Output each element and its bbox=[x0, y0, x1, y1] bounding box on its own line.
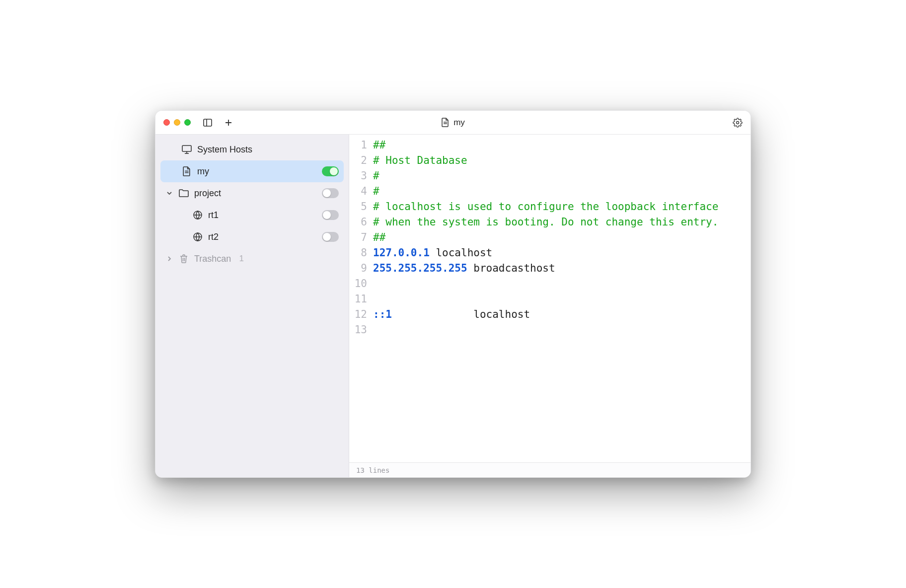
code-area[interactable]: 1##2# Host Database3#4#5# localhost is u… bbox=[349, 135, 751, 462]
sidebar-icon bbox=[203, 119, 212, 127]
line-number: 4 bbox=[349, 184, 373, 199]
sidebar-item-project[interactable]: project bbox=[160, 182, 344, 204]
sidebar: System Hosts my bbox=[155, 135, 349, 477]
line-number: 13 bbox=[349, 322, 373, 338]
app-window: my System Hosts bbox=[155, 110, 751, 478]
globe-icon bbox=[192, 210, 203, 220]
toggle-rt1[interactable] bbox=[322, 210, 339, 220]
line-number: 3 bbox=[349, 168, 373, 184]
toggle-sidebar-button[interactable] bbox=[203, 118, 213, 128]
line-content: # bbox=[373, 184, 379, 199]
line-content: ## bbox=[373, 138, 385, 153]
line-number: 11 bbox=[349, 292, 373, 307]
code-line: 10 bbox=[349, 276, 751, 292]
sidebar-item-label: my bbox=[197, 166, 209, 177]
folder-icon bbox=[178, 188, 189, 199]
svg-rect-0 bbox=[204, 119, 212, 126]
toggle-rt2[interactable] bbox=[322, 232, 339, 242]
plus-icon bbox=[225, 119, 232, 127]
code-line: 7## bbox=[349, 230, 751, 245]
code-line: 3# bbox=[349, 168, 751, 184]
trashcan-count: 1 bbox=[239, 254, 243, 264]
line-number: 7 bbox=[349, 230, 373, 245]
editor: 1##2# Host Database3#4#5# localhost is u… bbox=[349, 135, 751, 477]
toggle-project[interactable] bbox=[322, 188, 339, 198]
statusbar: 13 lines bbox=[349, 462, 751, 477]
trash-icon bbox=[178, 253, 189, 264]
line-content: ## bbox=[373, 230, 385, 245]
window-controls bbox=[163, 119, 191, 126]
sidebar-item-label: rt1 bbox=[208, 210, 219, 220]
gear-icon bbox=[733, 118, 743, 128]
line-number: 10 bbox=[349, 276, 373, 292]
code-line: 12::1 localhost bbox=[349, 307, 751, 322]
titlebar: my bbox=[155, 111, 751, 135]
code-line: 1## bbox=[349, 138, 751, 153]
code-line: 6# when the system is booting. Do not ch… bbox=[349, 215, 751, 230]
line-content: ::1 localhost bbox=[373, 307, 530, 322]
line-content: 255.255.255.255 broadcasthost bbox=[373, 261, 555, 276]
chevron-down-icon bbox=[165, 190, 173, 196]
code-line: 4# bbox=[349, 184, 751, 199]
sidebar-item-label: rt2 bbox=[208, 232, 219, 242]
close-window-button[interactable] bbox=[163, 119, 170, 126]
file-icon bbox=[181, 166, 192, 177]
sidebar-item-label: project bbox=[194, 188, 221, 199]
sidebar-item-rt2[interactable]: rt2 bbox=[160, 226, 344, 248]
line-number: 2 bbox=[349, 153, 373, 168]
code-line: 2# Host Database bbox=[349, 153, 751, 168]
globe-icon bbox=[192, 231, 203, 242]
line-number: 9 bbox=[349, 261, 373, 276]
line-content: # localhost is used to configure the loo… bbox=[373, 199, 718, 215]
chevron-right-icon bbox=[165, 256, 173, 262]
line-number: 8 bbox=[349, 245, 373, 261]
svg-point-6 bbox=[737, 121, 739, 124]
sidebar-item-system-hosts[interactable]: System Hosts bbox=[160, 139, 344, 160]
line-content: # Host Database bbox=[373, 153, 467, 168]
window-title-text: my bbox=[453, 118, 465, 128]
line-content: # bbox=[373, 168, 379, 184]
file-icon bbox=[441, 118, 450, 127]
fullscreen-window-button[interactable] bbox=[184, 119, 191, 126]
minimize-window-button[interactable] bbox=[174, 119, 180, 126]
code-line: 5# localhost is used to configure the lo… bbox=[349, 199, 751, 215]
sidebar-item-rt1[interactable]: rt1 bbox=[160, 204, 344, 226]
code-line: 11 bbox=[349, 292, 751, 307]
window-title: my bbox=[155, 118, 751, 128]
sidebar-item-my[interactable]: my bbox=[160, 160, 344, 182]
settings-button[interactable] bbox=[733, 118, 743, 128]
code-line: 9255.255.255.255 broadcasthost bbox=[349, 261, 751, 276]
line-content: # when the system is booting. Do not cha… bbox=[373, 215, 718, 230]
line-content: 127.0.0.1 localhost bbox=[373, 245, 492, 261]
toggle-my[interactable] bbox=[322, 166, 339, 176]
add-button[interactable] bbox=[224, 118, 233, 128]
line-number: 1 bbox=[349, 138, 373, 153]
status-text: 13 lines bbox=[356, 466, 389, 474]
line-number: 12 bbox=[349, 307, 373, 322]
code-line: 13 bbox=[349, 322, 751, 338]
code-line: 8127.0.0.1 localhost bbox=[349, 245, 751, 261]
sidebar-item-trashcan[interactable]: Trashcan 1 bbox=[160, 248, 344, 270]
line-number: 5 bbox=[349, 199, 373, 215]
monitor-icon bbox=[181, 144, 192, 155]
sidebar-item-label: System Hosts bbox=[197, 145, 252, 155]
svg-rect-7 bbox=[182, 146, 191, 151]
line-number: 6 bbox=[349, 215, 373, 230]
sidebar-item-label: Trashcan bbox=[194, 254, 231, 264]
